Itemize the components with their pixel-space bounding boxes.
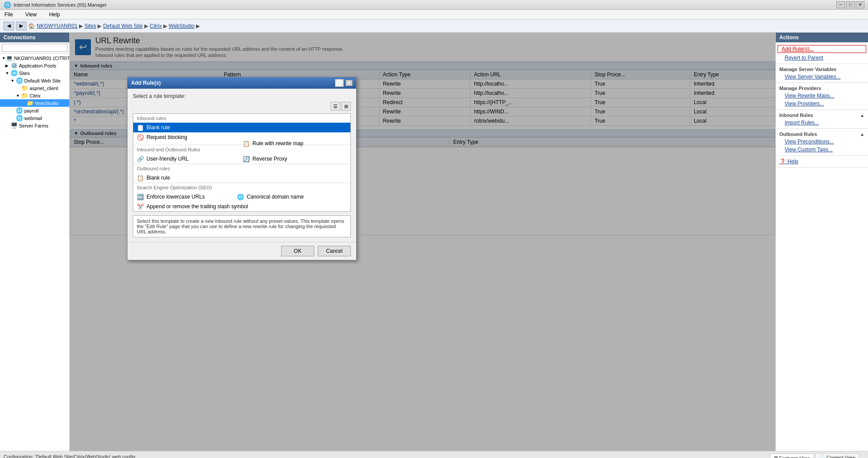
breadcrumb-default-web-site[interactable]: Default Web Site [103, 23, 143, 29]
manage-server-vars-section: Manage Server Variables View Server Vari… [776, 64, 868, 83]
canonical-domain-label: Canonical domain name [247, 194, 304, 200]
connections-search-input[interactable] [2, 44, 68, 52]
template-blank-rule-inbound[interactable]: 📋 Blank rule [133, 123, 350, 132]
dialog-footer: OK Cancel [128, 242, 356, 260]
help-link[interactable]: ❓ Help [776, 158, 868, 165]
view-preconditions-link[interactable]: View Preconditions... [776, 138, 868, 146]
back-button[interactable]: ◀ [4, 22, 14, 30]
breadcrumb-webstudio[interactable]: WebStudio [169, 23, 194, 29]
add-rules-dialog: Add Rule(s) ? ✕ Select a rule template: … [127, 77, 357, 260]
user-friendly-label: User-friendly URL [147, 156, 188, 162]
tree-item-serverfarms[interactable]: 🖥️ Server Farms [0, 122, 69, 129]
menu-view[interactable]: View [23, 11, 39, 19]
inbound-collapse-btn[interactable]: ▲ [860, 113, 864, 118]
template-enforce-lowercase[interactable]: 🔤 Enforce lowercase URLs 🌐 Canonical dom… [133, 192, 350, 202]
tree-item-server[interactable]: ▼ 💻 NKGWYUANR01 (CITRITE\yu... [0, 54, 69, 62]
app-title: Internet Information Services (IIS) Mana… [14, 2, 836, 8]
outbound-rules-section-label: Outbound rules [133, 164, 350, 173]
dialog-toolbar: ☰ ⊞ [133, 102, 351, 111]
cancel-button[interactable]: Cancel [318, 246, 351, 256]
close-button[interactable]: ✕ [856, 1, 864, 8]
enforce-lowercase-label: Enforce lowercase URLs [147, 194, 205, 200]
view-custom-tags-link[interactable]: View Custom Tags... [776, 146, 868, 154]
tree-item-webmail[interactable]: 🌐 webmail [0, 114, 69, 122]
tree-item-citrix[interactable]: ▼ 📁 Citrix [0, 92, 69, 99]
seo-section-label: Search Engine Optimization (SEO) [133, 183, 350, 192]
features-view-tab[interactable]: ⊞ Features View [770, 454, 814, 458]
window-controls[interactable]: ─ □ ✕ [836, 1, 864, 8]
template-user-friendly-url[interactable]: 🔗 User-friendly URL 🔄 Reverse Proxy [133, 154, 350, 164]
minimize-button[interactable]: ─ [836, 1, 845, 8]
inbound-rules-section-label: Inbound rules [133, 114, 350, 123]
tree-webmail-label: webmail [24, 116, 42, 121]
tree-server-label: NKGWYUANR01 (CITRITE\yu... [14, 56, 69, 61]
template-rule-rewrite-map[interactable]: 📋 Rule with rewrite map [133, 142, 350, 145]
tree-item-aspnet[interactable]: 📁 aspnet_client [0, 84, 69, 92]
canonical-domain-icon: 🌐 [237, 193, 244, 200]
content-view-label: Content View [827, 455, 855, 458]
manage-providers-title: Manage Providers [776, 85, 868, 92]
tree-payroll-label: payroll [24, 108, 38, 113]
menu-file[interactable]: File [2, 11, 15, 19]
connections-panel: Connections ▼ 💻 NKGWYUANR01 (CITRITE\yu.… [0, 33, 70, 451]
dialog-view-btn2[interactable]: ⊞ [341, 102, 351, 111]
modal-overlay: Add Rule(s) ? ✕ Select a rule template: … [70, 33, 775, 451]
outbound-rules-actions-section: Outbound Rules ▲ View Preconditions... V… [776, 129, 868, 156]
tree-item-sites[interactable]: ▼ 🌐 Sites [0, 69, 69, 77]
tree-item-payroll[interactable]: 🌐 payroll [0, 107, 69, 114]
features-view-icon: ⊞ [774, 455, 778, 458]
dialog-view-btn1[interactable]: ☰ [331, 102, 340, 111]
template-blank-rule-outbound[interactable]: 📋 Blank rule [133, 173, 350, 183]
tree-aspnet-label: aspnet_client [30, 86, 58, 91]
content-view-tab[interactable]: 📄 Content View [815, 453, 859, 458]
breadcrumb-sites[interactable]: Sites [84, 23, 96, 29]
dialog-close-button[interactable]: ✕ [346, 80, 353, 86]
forward-button[interactable]: ▶ [16, 22, 26, 30]
rule-rewrite-map-icon: 📋 [243, 140, 250, 147]
tree-item-apppools[interactable]: ▶ ⚙️ Application Pools [0, 62, 69, 69]
content-area: ↩ URL Rewrite Provides rewriting capabil… [70, 33, 775, 451]
inbound-rules-actions-section: Inbound Rules ▲ Import Rules... [776, 110, 868, 129]
breadcrumb-bar: ◀ ▶ 🏠 NKGWYUANR01 ▶ Sites ▶ Default Web … [0, 19, 868, 33]
tree-item-default-web-site[interactable]: ▼ 🌐 Default Web Site [0, 77, 69, 84]
breadcrumb-server[interactable]: NKGWYUANR01 [37, 23, 78, 29]
view-providers-link[interactable]: View Providers... [776, 100, 868, 108]
maximize-button[interactable]: □ [846, 1, 855, 8]
actions-panel: Actions Add Rule(s)... Revert to Parent … [775, 33, 868, 451]
connections-tree: ▼ 💻 NKGWYUANR01 (CITRITE\yu... ▶ ⚙️ Appl… [0, 53, 69, 451]
blank-rule-inbound-icon: 📋 [137, 124, 144, 131]
breadcrumb-citrix[interactable]: Citrix [150, 23, 162, 29]
breadcrumb: NKGWYUANR01 ▶ Sites ▶ Default Web Site ▶… [37, 23, 200, 29]
dialog-template-list: Inbound rules 📋 Blank rule 🚫 Request blo… [133, 113, 351, 212]
blank-rule-inbound-label: Blank rule [147, 124, 170, 131]
tree-item-webstudio[interactable]: 📁 WebStudio [0, 99, 69, 107]
title-bar: 🌐 Internet Information Services (IIS) Ma… [0, 0, 868, 10]
import-rules-link[interactable]: Import Rules... [776, 119, 868, 127]
blank-rule-outbound-icon: 📋 [137, 174, 144, 181]
enforce-lowercase-icon: 🔤 [137, 193, 144, 200]
revert-to-parent-link[interactable]: Revert to Parent [776, 54, 868, 62]
dialog-description: Select this template to create a new inb… [133, 215, 351, 237]
content-view-icon: 📄 [819, 454, 825, 458]
blank-rule-outbound-label: Blank rule [147, 175, 170, 181]
main-layout: Connections ▼ 💻 NKGWYUANR01 (CITRITE\yu.… [0, 33, 868, 451]
tree-webstudio-label: WebStudio [35, 101, 59, 106]
actions-header: Actions [776, 33, 868, 42]
view-rewrite-maps-link[interactable]: View Rewrite Maps... [776, 92, 868, 100]
dialog-help-button[interactable]: ? [335, 79, 344, 87]
user-friendly-icon: 🔗 [137, 155, 144, 162]
template-request-blocking[interactable]: 🚫 Request blocking [133, 132, 350, 142]
menu-help[interactable]: Help [46, 11, 63, 19]
outbound-collapse-btn[interactable]: ▲ [860, 132, 864, 137]
view-server-variables-link[interactable]: View Server Variables... [776, 73, 868, 81]
template-trailing-slash[interactable]: ✂️ Append or remove the trailing slash s… [133, 202, 350, 211]
manage-providers-section: Manage Providers View Rewrite Maps... Vi… [776, 83, 868, 110]
tree-serverfarms-label: Server Farms [19, 123, 49, 128]
reverse-proxy-label: Reverse Proxy [252, 156, 287, 162]
add-rules-section: Add Rule(s)... Revert to Parent [776, 42, 868, 64]
dialog-titlebar: Add Rule(s) ? ✕ [128, 77, 356, 89]
tree-sites-label: Sites [19, 71, 30, 76]
ok-button[interactable]: OK [281, 246, 314, 256]
manage-server-vars-title: Manage Server Variables [776, 66, 868, 73]
add-rules-button[interactable]: Add Rule(s)... [778, 45, 866, 53]
